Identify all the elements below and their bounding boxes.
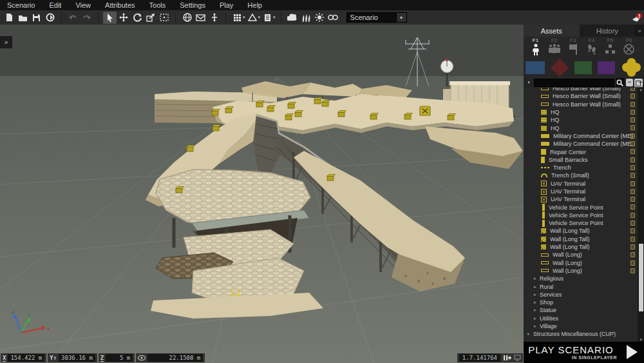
surface-snap-button[interactable] — [246, 12, 260, 24]
category-row[interactable]: ►Shop — [524, 299, 638, 306]
category-row[interactable]: ►Structures Miscellaneous (CUP) — [524, 330, 638, 338]
notification-icon[interactable] — [630, 12, 642, 23]
category-row[interactable]: ►Services — [524, 291, 638, 299]
asset-row[interactable]: Wall (Long) — [524, 251, 638, 259]
category-row[interactable]: ►Rural — [524, 282, 638, 290]
expand-arrow-icon[interactable]: ► — [533, 300, 537, 304]
weather-button[interactable] — [286, 12, 299, 24]
asset-row[interactable]: Hesco Barrier Wall (Small) — [524, 101, 638, 108]
asset-row[interactable]: Military Command Center (ME) — [524, 132, 638, 140]
asset-row[interactable]: ✕UAV Terminal — [524, 188, 638, 195]
asset-row[interactable]: ✕UAV Terminal — [524, 180, 638, 188]
vertical-mode-button[interactable] — [207, 12, 221, 24]
mode-tab-waypoints[interactable]: F4 — [582, 37, 601, 57]
publish-button[interactable] — [43, 12, 57, 24]
scenario-phase-combo[interactable]: Scenario ▾ — [346, 12, 407, 23]
area-select-tool-button[interactable] — [157, 12, 171, 24]
faction-civilian[interactable] — [598, 61, 615, 74]
asset-row[interactable]: Trench — [524, 164, 638, 172]
asset-row[interactable]: Hesco Barrier Wall (Small) — [524, 88, 638, 92]
menu-play[interactable]: Play — [213, 0, 240, 10]
save-scenario-button[interactable] — [30, 12, 43, 24]
redo-button[interactable] — [80, 12, 93, 24]
asset-row[interactable]: Hesco Barrier Wall (Small) — [524, 92, 638, 100]
expand-left-panel-button[interactable]: » — [0, 36, 12, 48]
view-goggles-button[interactable] — [327, 12, 340, 24]
asset-row[interactable]: Military Command Center (ME, — [524, 140, 638, 148]
filter-dropdown-icon[interactable]: ▾ — [525, 79, 533, 87]
expand-arrow-icon[interactable]: ► — [527, 332, 531, 336]
category-row[interactable]: ►Utilities — [524, 315, 638, 322]
scenario-phase-value[interactable]: Scenario — [346, 12, 397, 23]
asset-row[interactable]: HQ — [524, 108, 638, 116]
asset-row[interactable]: HQ — [524, 116, 638, 124]
new-scenario-button[interactable] — [3, 12, 16, 24]
menu-scenario[interactable]: Scenario — [0, 0, 42, 10]
locations-globe-button[interactable] — [180, 12, 194, 24]
undo-button[interactable] — [66, 12, 80, 24]
translate-tool-button[interactable] — [117, 12, 130, 24]
scrollbar-thumb[interactable] — [639, 244, 643, 311]
mode-tab-groups[interactable]: F2 — [545, 37, 564, 57]
scrollbar[interactable]: ▲ ▼ — [638, 88, 644, 342]
category-row[interactable]: ►Statue — [524, 306, 638, 314]
fog-button[interactable] — [299, 12, 313, 24]
menu-tools[interactable]: Tools — [142, 0, 173, 10]
surface-snap-dropdown-icon[interactable]: ▾ — [258, 15, 261, 20]
panel-overflow-icon[interactable]: » — [635, 25, 644, 37]
asset-row[interactable]: Vehicle Service Point — [524, 203, 638, 211]
layers-dropdown-icon[interactable]: ▾ — [273, 15, 276, 20]
category-row[interactable]: ►Religious — [524, 275, 638, 282]
asset-row[interactable]: Wall (Long Tall) — [524, 235, 638, 243]
viewport-3d-scene[interactable]: z y x — [0, 25, 524, 363]
menu-attributes[interactable]: Attributes — [98, 0, 142, 10]
tab-assets[interactable]: Assets — [524, 25, 580, 37]
mode-tab-triggers[interactable]: F3 — [564, 37, 582, 57]
grid-snap-button[interactable] — [231, 12, 244, 24]
daytime-button[interactable] — [313, 12, 327, 24]
search-input[interactable] — [534, 79, 614, 87]
asset-row[interactable]: Wall (Long) — [524, 267, 638, 275]
asset-row[interactable]: ✕UAV Terminal — [524, 195, 638, 203]
mode-tab-units[interactable]: F1 — [526, 37, 545, 57]
chevron-down-icon[interactable]: ▾ — [397, 12, 407, 23]
faction-blufor[interactable] — [526, 61, 545, 74]
asset-row[interactable]: Wall (Long Tall) — [524, 227, 638, 235]
rotate-tool-button[interactable] — [130, 12, 144, 24]
expand-arrow-icon[interactable]: ► — [533, 277, 537, 280]
tab-history[interactable]: History — [580, 25, 636, 37]
faction-opfor[interactable] — [551, 58, 569, 76]
expand-arrow-icon[interactable]: ► — [533, 285, 537, 289]
expand-arrow-icon[interactable]: ► — [533, 324, 537, 328]
asset-row[interactable]: Repair Center — [524, 148, 638, 155]
collapse-all-button[interactable]: − — [626, 79, 633, 86]
layers-button[interactable] — [261, 12, 274, 24]
search-icon[interactable] — [616, 78, 625, 87]
select-tool-button[interactable] — [103, 12, 117, 24]
menu-edit[interactable]: Edit — [42, 0, 68, 10]
asset-row[interactable]: Wall (Long Tall) — [524, 243, 638, 251]
scale-tool-button[interactable] — [144, 12, 157, 24]
play-scenario-button[interactable]: PLAY SCENARIO IN SINGLEPLAYER — [524, 342, 644, 363]
expand-arrow-icon[interactable]: ► — [533, 308, 537, 312]
menu-view[interactable]: View — [68, 0, 98, 10]
expand-arrow-icon[interactable]: ► — [533, 317, 537, 320]
mode-tab-markers[interactable]: F6 — [620, 37, 638, 57]
menu-help[interactable]: Help — [240, 0, 269, 10]
grid-snap-dropdown-icon[interactable]: ▾ — [243, 15, 245, 20]
add-composition-button[interactable] — [634, 79, 643, 87]
asset-row[interactable]: HQ — [524, 124, 638, 132]
asset-row[interactable]: Small Barracks — [524, 156, 638, 164]
asset-row[interactable]: Wall (Long) — [524, 259, 638, 267]
messages-button[interactable] — [194, 12, 207, 24]
scroll-up-icon[interactable]: ▲ — [638, 88, 644, 92]
expand-arrow-icon[interactable]: ► — [533, 293, 537, 297]
menu-settings[interactable]: Settings — [173, 0, 213, 10]
asset-row[interactable]: Vehicle Service Point — [524, 219, 638, 227]
asset-row[interactable]: Vehicle Service Point — [524, 211, 638, 219]
asset-row[interactable]: Trench (Small) — [524, 172, 638, 179]
category-row[interactable]: ►Village — [524, 322, 638, 330]
mode-tab-modules[interactable]: F5 — [601, 37, 620, 57]
open-scenario-button[interactable] — [16, 12, 30, 24]
faction-props[interactable] — [621, 57, 642, 77]
